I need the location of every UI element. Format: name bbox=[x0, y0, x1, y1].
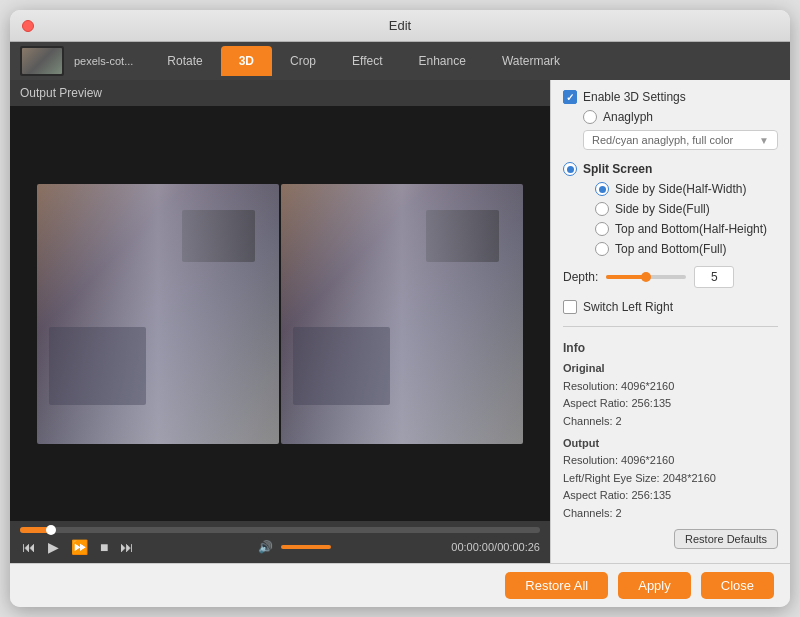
curtain-overlay-right bbox=[281, 184, 523, 444]
tab-effect[interactable]: Effect bbox=[334, 46, 400, 76]
close-button[interactable]: Close bbox=[701, 572, 774, 599]
tab-crop[interactable]: Crop bbox=[272, 46, 334, 76]
switch-lr-row[interactable]: Switch Left Right bbox=[563, 300, 778, 314]
depth-value[interactable]: 5 bbox=[694, 266, 734, 288]
skip-back-button[interactable]: ⏮ bbox=[20, 537, 38, 557]
volume-section: 🔊 bbox=[256, 538, 331, 556]
output-channels: Channels: 2 bbox=[563, 505, 778, 523]
volume-button[interactable]: 🔊 bbox=[256, 538, 275, 556]
time-display: 00:00:00/00:00:26 bbox=[451, 541, 540, 553]
info-section: Info Original Resolution: 4096*2160 Aspe… bbox=[563, 339, 778, 523]
left-screen bbox=[37, 184, 279, 444]
anaglyph-dropdown-value: Red/cyan anaglyph, full color bbox=[592, 134, 733, 146]
side-by-side-half-radio[interactable] bbox=[595, 182, 609, 196]
progress-thumb bbox=[46, 525, 56, 535]
curtain-overlay-left bbox=[37, 184, 279, 444]
side-by-side-half-row[interactable]: Side by Side(Half-Width) bbox=[595, 182, 778, 196]
window-title: Edit bbox=[389, 18, 411, 33]
divider-1 bbox=[563, 326, 778, 327]
playback-controls: ⏮ ▶ ⏩ ■ ⏭ bbox=[20, 537, 136, 557]
tab-3d[interactable]: 3D bbox=[221, 46, 272, 76]
depth-slider-fill bbox=[606, 275, 646, 279]
depth-slider-thumb bbox=[641, 272, 651, 282]
top-bottom-full-radio[interactable] bbox=[595, 242, 609, 256]
side-by-side-full-label: Side by Side(Full) bbox=[615, 202, 710, 216]
top-bottom-full-label: Top and Bottom(Full) bbox=[615, 242, 726, 256]
restore-defaults-button[interactable]: Restore Defaults bbox=[674, 529, 778, 549]
thumbnail-image bbox=[22, 48, 62, 74]
output-aspect: Aspect Ratio: 256:135 bbox=[563, 487, 778, 505]
top-bottom-half-row[interactable]: Top and Bottom(Half-Height) bbox=[595, 222, 778, 236]
split-screen-radio[interactable] bbox=[563, 162, 577, 176]
anaglyph-label: Anaglyph bbox=[603, 110, 653, 124]
play-icon: ▶ bbox=[48, 539, 59, 555]
forward-button[interactable]: ⏩ bbox=[69, 537, 90, 557]
settings-panel: Enable 3D Settings Anaglyph Red/cyan ana… bbox=[550, 80, 790, 563]
stop-button[interactable]: ■ bbox=[98, 537, 110, 557]
output-resolution: Resolution: 4096*2160 bbox=[563, 452, 778, 470]
enable-3d-row[interactable]: Enable 3D Settings bbox=[563, 90, 778, 104]
file-name: pexels-cot... bbox=[74, 55, 133, 67]
split-screen-row[interactable]: Split Screen bbox=[563, 162, 778, 176]
split-screen-container bbox=[37, 184, 523, 444]
skip-end-button[interactable]: ⏭ bbox=[118, 537, 136, 557]
controls-bottom: ⏮ ▶ ⏩ ■ ⏭ bbox=[20, 537, 540, 557]
skip-back-icon: ⏮ bbox=[22, 539, 36, 555]
switch-lr-checkbox[interactable] bbox=[563, 300, 577, 314]
file-thumbnail bbox=[20, 46, 64, 76]
side-by-side-half-label: Side by Side(Half-Width) bbox=[615, 182, 746, 196]
depth-label: Depth: bbox=[563, 270, 598, 284]
skip-end-icon: ⏭ bbox=[120, 539, 134, 555]
stop-icon: ■ bbox=[100, 539, 108, 555]
progress-bar[interactable] bbox=[20, 527, 540, 533]
apply-button[interactable]: Apply bbox=[618, 572, 691, 599]
switch-lr-label: Switch Left Right bbox=[583, 300, 673, 314]
play-button[interactable]: ▶ bbox=[46, 537, 61, 557]
tab-watermark[interactable]: Watermark bbox=[484, 46, 578, 76]
top-bottom-half-label: Top and Bottom(Half-Height) bbox=[615, 222, 767, 236]
original-resolution: Resolution: 4096*2160 bbox=[563, 378, 778, 396]
tab-enhance[interactable]: Enhance bbox=[401, 46, 484, 76]
volume-bar[interactable] bbox=[281, 545, 331, 549]
original-label: Original bbox=[563, 360, 778, 378]
anaglyph-row[interactable]: Anaglyph bbox=[583, 110, 778, 124]
split-screen-label: Split Screen bbox=[583, 162, 652, 176]
original-aspect: Aspect Ratio: 256:135 bbox=[563, 395, 778, 413]
close-traffic-light[interactable] bbox=[22, 20, 34, 32]
preview-panel: Output Preview bbox=[10, 80, 550, 563]
side-by-side-full-row[interactable]: Side by Side(Full) bbox=[595, 202, 778, 216]
tab-rotate[interactable]: Rotate bbox=[149, 46, 220, 76]
controls-bar: ⏮ ▶ ⏩ ■ ⏭ bbox=[10, 521, 550, 563]
anaglyph-radio[interactable] bbox=[583, 110, 597, 124]
forward-icon: ⏩ bbox=[71, 539, 88, 555]
video-display bbox=[10, 106, 550, 521]
dropdown-arrow-icon: ▼ bbox=[759, 135, 769, 146]
top-bottom-half-radio[interactable] bbox=[595, 222, 609, 236]
bottom-bar: Restore All Apply Close bbox=[10, 563, 790, 607]
title-bar: Edit bbox=[10, 10, 790, 42]
depth-slider[interactable] bbox=[606, 275, 686, 279]
volume-icon: 🔊 bbox=[258, 540, 273, 554]
preview-label: Output Preview bbox=[10, 80, 550, 106]
output-lr-size: Left/Right Eye Size: 2048*2160 bbox=[563, 470, 778, 488]
side-by-side-full-radio[interactable] bbox=[595, 202, 609, 216]
enable-3d-checkbox[interactable] bbox=[563, 90, 577, 104]
right-screen bbox=[281, 184, 523, 444]
top-bottom-full-row[interactable]: Top and Bottom(Full) bbox=[595, 242, 778, 256]
info-title: Info bbox=[563, 339, 778, 358]
original-channels: Channels: 2 bbox=[563, 413, 778, 431]
enable-3d-label: Enable 3D Settings bbox=[583, 90, 686, 104]
anaglyph-dropdown[interactable]: Red/cyan anaglyph, full color ▼ bbox=[583, 130, 778, 150]
output-label: Output bbox=[563, 435, 778, 453]
depth-row: Depth: 5 bbox=[563, 266, 778, 288]
main-window: Edit pexels-cot... Rotate 3D Crop Effect… bbox=[10, 10, 790, 607]
content-area: Output Preview bbox=[10, 80, 790, 563]
restore-all-button[interactable]: Restore All bbox=[505, 572, 608, 599]
tabs-bar: pexels-cot... Rotate 3D Crop Effect Enha… bbox=[10, 42, 790, 80]
